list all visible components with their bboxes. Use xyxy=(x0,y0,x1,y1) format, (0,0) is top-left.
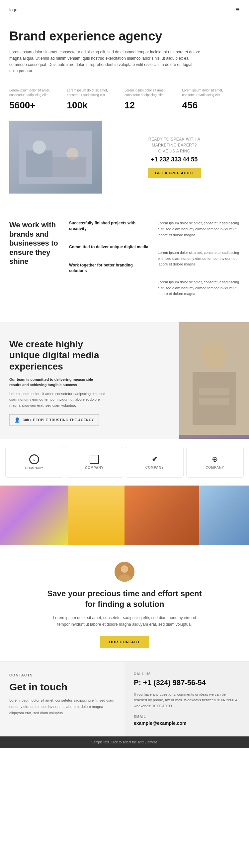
digital-image-placeholder xyxy=(179,322,249,439)
free-audit-button[interactable]: GET A FREE AUDIT xyxy=(148,168,201,178)
hero-title: Brand experience agency xyxy=(9,29,215,44)
contact-body: Lorem ipsum dolor sit amet, consetetur s… xyxy=(9,697,115,716)
work-items: Successfully finished projects with crea… xyxy=(69,220,151,309)
svg-rect-1 xyxy=(26,151,52,177)
partner-book-icon: □ xyxy=(90,455,99,464)
partner-v-icon: ✔ xyxy=(152,455,158,464)
work-desc-2: Lorem ipsum dolor sit amet, consetetur s… xyxy=(158,279,240,297)
stat-label-0: Lorem ipsum dolor sit amet, consetetur s… xyxy=(9,88,67,97)
digital-subtitle: Our team is committed to delivering meas… xyxy=(9,377,102,388)
save-section: Save your precious time and effort spent… xyxy=(0,545,249,661)
work-title: We work with brands and businesses to en… xyxy=(9,220,62,266)
hamburger-icon[interactable]: ≡ xyxy=(236,5,240,14)
gallery-item-2 xyxy=(124,486,199,545)
work-item-0: Successfully finished projects with crea… xyxy=(69,220,151,232)
cta-box: READY TO SPEAK WITH AMARKETING EXPERT?GI… xyxy=(109,130,240,185)
email-address: example@example.com xyxy=(134,720,240,726)
svg-point-2 xyxy=(32,141,46,154)
work-item-2: Work together for better branding soluti… xyxy=(69,262,151,274)
svg-point-11 xyxy=(121,565,128,573)
avatar xyxy=(114,562,135,582)
v-mark: ✔ xyxy=(152,455,158,463)
svg-point-6 xyxy=(201,342,227,369)
bottom-bar-text: Sample text. Click to select the Text El… xyxy=(91,740,158,744)
our-contact-button[interactable]: OUR CONTACT xyxy=(100,636,149,648)
digital-left: We create highly unique digital media ex… xyxy=(0,322,179,439)
stat-number-1: 100k xyxy=(67,100,125,111)
hero-description: Lorem ipsum dolor sit amet, consectetur … xyxy=(9,49,202,74)
svg-rect-9 xyxy=(199,398,229,405)
svg-rect-4 xyxy=(52,157,86,177)
work-heading: We work with brands and businesses to en… xyxy=(9,220,62,309)
work-section: We work with brands and businesses to en… xyxy=(0,207,249,322)
call-description: If you have any questions, comments or i… xyxy=(134,692,240,709)
email-label: EMAIL xyxy=(134,715,240,718)
partner-0: ○ COMPANY xyxy=(5,447,63,477)
stats-labels: Lorem ipsum dolor sit amet, consetetur s… xyxy=(0,88,249,97)
stat-label-2: Lorem ipsum dolor sit amet, consetetur s… xyxy=(124,88,182,97)
header: logo ≡ xyxy=(0,0,249,19)
call-us-label: CALL US xyxy=(134,672,240,676)
partner-name-3: COMPANY xyxy=(205,466,224,469)
partner-name-2: COMPANY xyxy=(145,466,164,469)
work-item-title-1: Committed to deliver unique digital medi… xyxy=(69,244,151,250)
contact-footer: CONTACTS Get in touch Lorem ipsum dolor … xyxy=(0,661,249,737)
partner-name-1: COMPANY xyxy=(85,466,104,470)
phone-number: P: +1 (324) 987-56-54 xyxy=(134,678,240,687)
work-desc-0: Lorem ipsum dolor sit amet, consetetur s… xyxy=(158,220,240,238)
gallery-item-3 xyxy=(199,486,249,545)
work-desc-1: Lorem ipsum dolor sit amet, consetetur s… xyxy=(158,250,240,268)
get-in-touch-heading: Get in touch xyxy=(9,681,115,693)
contact-right-panel: CALL US P: +1 (324) 987-56-54 If you hav… xyxy=(124,661,249,737)
partner-1: □ COMPANY xyxy=(66,447,123,477)
chain-mark: ⊕ xyxy=(212,455,218,463)
stat-number-0: 5600+ xyxy=(9,100,67,111)
partner-chain-icon: ⊕ xyxy=(212,455,218,464)
stats-numbers: 5600+ 100k 12 456 xyxy=(0,100,249,111)
work-item-title-2: Work together for better branding soluti… xyxy=(69,262,151,274)
partner-name-0: COMPANY xyxy=(25,466,44,470)
partners-section: ○ COMPANY □ COMPANY ✔ COMPANY ⊕ COMPANY xyxy=(0,439,249,486)
people-icon: 👤 xyxy=(14,417,20,423)
ready-text: READY TO SPEAK WITH AMARKETING EXPERT?GI… xyxy=(115,136,233,154)
hero-image xyxy=(9,121,102,193)
stat-number-2: 12 xyxy=(124,100,182,111)
gallery-item-0 xyxy=(0,486,68,545)
bottom-bar: Sample text. Click to select the Text El… xyxy=(0,737,249,748)
partner-2: ✔ COMPANY xyxy=(126,447,184,477)
save-heading: Save your precious time and effort spent… xyxy=(45,588,204,609)
digital-body: Lorem ipsum dolor sit amet, consetetur s… xyxy=(9,391,106,409)
contact-left-panel: CONTACTS Get in touch Lorem ipsum dolor … xyxy=(0,661,124,737)
svg-rect-8 xyxy=(199,389,229,395)
save-body: Lorem ipsum dolor sit amet, consetetur s… xyxy=(52,615,197,628)
gallery-section xyxy=(0,486,249,545)
digital-section: We create highly unique digital media ex… xyxy=(0,322,249,439)
gallery-item-1 xyxy=(68,486,124,545)
work-descriptions: Lorem ipsum dolor sit amet, consetetur s… xyxy=(158,220,240,309)
logo: logo xyxy=(9,7,18,12)
partner-3: ⊕ COMPANY xyxy=(186,447,244,477)
stat-number-3: 456 xyxy=(182,100,240,111)
partner-ring-icon: ○ xyxy=(29,454,39,464)
digital-image xyxy=(179,322,249,439)
trust-text: 30K+ PEOPLE TRUSTING THE AGENCY xyxy=(23,418,94,422)
stat-label-3: Lorem ipsum dolor sit amet, consetetur s… xyxy=(182,88,240,97)
cta-phone: +1 232 333 44 55 xyxy=(115,156,233,163)
hero-section: Brand experience agency Lorem ipsum dolo… xyxy=(0,19,249,81)
digital-heading: We create highly unique digital media ex… xyxy=(9,339,109,372)
contacts-label: CONTACTS xyxy=(9,672,115,678)
trust-badge: 👤 30K+ PEOPLE TRUSTING THE AGENCY xyxy=(9,414,99,426)
stat-label-1: Lorem ipsum dolor sit amet, consetetur s… xyxy=(67,88,125,97)
image-cta-section: READY TO SPEAK WITH AMARKETING EXPERT?GI… xyxy=(0,121,249,207)
work-item-1: Committed to deliver unique digital medi… xyxy=(69,244,151,250)
work-item-title-0: Successfully finished projects with crea… xyxy=(69,220,151,232)
